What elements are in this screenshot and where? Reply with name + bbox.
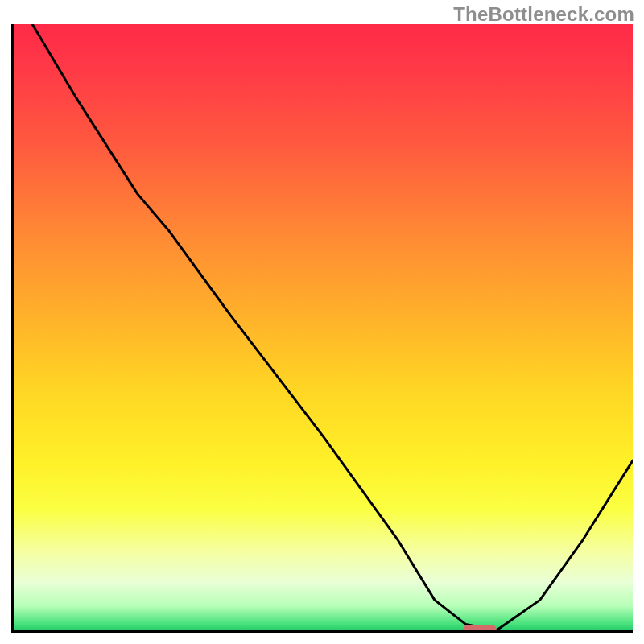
chart-frame: TheBottleneck.com bbox=[0, 0, 644, 644]
optimal-marker bbox=[463, 625, 497, 633]
plot-area bbox=[11, 24, 633, 633]
watermark-text: TheBottleneck.com bbox=[453, 3, 634, 26]
bottleneck-curve bbox=[14, 24, 633, 630]
